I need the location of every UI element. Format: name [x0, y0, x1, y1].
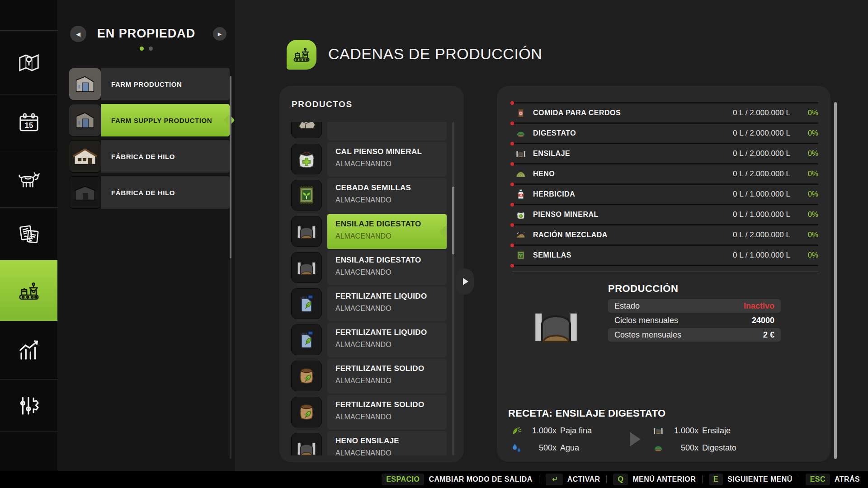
storage-row[interactable]: SEMILLAS 0 L / 1.000.000 L 0%: [512, 246, 818, 265]
sidebar-item-map[interactable]: [0, 30, 57, 94]
row-divider: [512, 102, 818, 103]
water-drops-icon: [510, 442, 522, 454]
settings-icon: [17, 394, 41, 418]
liquid-fertilizer-icon: [291, 324, 322, 355]
row-divider: [512, 183, 818, 185]
solid-fertilizer-icon: [291, 397, 322, 427]
product-row[interactable]: FERTILIZANTE LIQUIDOALMACENANDO: [291, 286, 447, 321]
page-dot[interactable]: [149, 47, 153, 51]
mineral-feed-sack-icon: [515, 209, 527, 221]
digestate-heap-icon: [652, 442, 664, 454]
q-key[interactable]: Q: [613, 474, 628, 485]
product-row[interactable]: FERTILIZANTE LIQUIDOALMACENANDO: [291, 323, 447, 357]
next-page-button[interactable]: ▶: [213, 27, 226, 41]
detail-panel-scrollbar[interactable]: [834, 102, 837, 459]
page-dot-active[interactable]: [140, 47, 144, 51]
production-info-rows: Estado Inactivo Ciclos mensuales 24000 C…: [608, 299, 781, 343]
esc-key[interactable]: ESC: [806, 474, 830, 485]
products-scrollbar-thumb[interactable]: [452, 187, 454, 254]
recipe-input-row: 1.000x Paja fina: [510, 424, 592, 437]
silage-bunker-icon: [515, 148, 527, 160]
enter-key[interactable]: [546, 474, 563, 485]
mineral-feed-sack-icon: [291, 144, 322, 174]
production-icon: [17, 279, 41, 303]
recipe-output-row: 500x Digestato: [652, 441, 736, 455]
main-sidebar: [0, 0, 57, 488]
sidebar-item-contracts[interactable]: [0, 207, 57, 260]
ownership-panel: ◀ EN PROPIEDAD ▶ FARM PRODUCTION FARM SU…: [57, 0, 235, 488]
enter-icon: [550, 475, 558, 483]
sidebar-item-production[interactable]: [0, 260, 57, 321]
keybinding-bar: ESPACIO CAMBIAR MODO DE SALIDA ACTIVAR Q…: [0, 471, 868, 488]
production-chains-badge: [287, 40, 316, 70]
row-divider: [512, 224, 818, 225]
row-divider: [512, 163, 818, 164]
mixed-ration-heap-icon: [515, 229, 527, 241]
divider: [606, 475, 607, 483]
building-row-selected[interactable]: FARM SUPPLY PRODUCTION: [69, 104, 230, 136]
building-row[interactable]: FARM PRODUCTION: [69, 68, 230, 100]
production-section-title: PRODUCCIÓN: [608, 283, 678, 295]
keybinding-label: CAMBIAR MODO DE SALIDA: [429, 475, 532, 483]
e-key[interactable]: E: [709, 474, 723, 485]
status-badge: Inactivo: [744, 301, 774, 311]
page-title: CADENAS DE PRODUCCIÓN: [328, 45, 542, 63]
building-name: FÁBRICA DE HILO: [101, 176, 230, 209]
space-key[interactable]: ESPACIO: [382, 474, 424, 485]
divider: [539, 475, 539, 483]
products-list: ALMACENANDO CAL PIENSO MINERALALMACENAND…: [291, 122, 447, 455]
storage-row[interactable]: PIENSO MINERAL 0 L / 1.000.000 L 0%: [512, 205, 818, 224]
production-chain-icon: [292, 45, 311, 65]
row-divider: [512, 122, 818, 124]
product-row[interactable]: HENO ENSILAJEALMACENANDO: [291, 431, 447, 455]
sidebar-item-animals[interactable]: [0, 151, 57, 208]
building-list-scrollbar-thumb[interactable]: [230, 76, 231, 258]
keybinding-label: ACTIVAR: [567, 475, 600, 483]
storage-row[interactable]: HERBICIDA 0 L / 1.000.000 L 0%: [512, 185, 818, 204]
recipe-title: RECETA: ENSILAJE DIGESTATO: [508, 408, 665, 419]
product-row-selected[interactable]: ENSILAJE DIGESTATOALMACENANDO: [291, 214, 447, 249]
building-list: FARM PRODUCTION FARM SUPPLY PRODUCTION F…: [69, 68, 230, 212]
keybinding-label: ATRÁS: [835, 475, 860, 483]
production-detail-panel: COMIDA PARA CERDOS 0 L / 2.000.000 L 0% …: [497, 86, 830, 462]
statistics-icon: [17, 338, 41, 363]
storage-row[interactable]: COMIDA PARA CERDOS 0 L / 2.000.000 L 0%: [512, 103, 818, 122]
calendar-icon: [17, 111, 41, 135]
product-row[interactable]: CAL PIENSO MINERALALMACENANDO: [291, 142, 447, 177]
seed-packet-icon: [515, 249, 527, 261]
products-scrollbar-track[interactable]: [452, 122, 454, 455]
building-row[interactable]: FÁBRICA DE HILO: [69, 140, 230, 173]
product-row[interactable]: FERTILIZANTE SOLIDOALMACENANDO: [291, 395, 447, 430]
storage-row[interactable]: ENSILAJE 0 L / 2.000.000 L 0%: [512, 144, 818, 163]
recipe-outputs: 1.000x Ensilaje 500x Digestato: [652, 424, 736, 458]
product-row[interactable]: ALMACENANDO: [291, 122, 447, 141]
silage-bunker-icon: [291, 216, 322, 247]
hay-heap-icon: [515, 168, 527, 180]
right-arrow-icon: [463, 278, 468, 285]
product-row[interactable]: ENSILAJE DIGESTATOALMACENANDO: [291, 250, 447, 285]
stone-icon: [291, 122, 322, 138]
product-row[interactable]: FERTILIZANTE SOLIDOALMACENANDO: [291, 359, 447, 394]
digestate-heap-icon: [515, 127, 527, 139]
row-divider: [512, 204, 818, 205]
sidebar-item-statistics[interactable]: [0, 321, 57, 380]
storage-row[interactable]: RACIÓN MEZCLADA 0 L / 2.000.000 L 0%: [512, 225, 818, 244]
straw-icon: [510, 425, 522, 436]
building-name: FARM PRODUCTION: [101, 68, 230, 100]
divider: [702, 475, 703, 483]
product-row[interactable]: CEBADA SEMILLASALMACENANDO: [291, 178, 447, 213]
storage-row[interactable]: HENO 0 L / 2.000.000 L 0%: [512, 164, 818, 183]
sidebar-item-settings[interactable]: [0, 379, 57, 432]
panel-expand-tab[interactable]: [456, 268, 474, 295]
seed-packet-icon: [291, 180, 322, 211]
sidebar-item-calendar[interactable]: [0, 94, 57, 151]
building-thumbnail: [69, 104, 101, 136]
divider: [799, 475, 799, 483]
products-panel: PRODUCTOS ALMACENANDO CAL PIENSO MINERAL…: [279, 86, 464, 462]
section-divider: [512, 272, 818, 272]
storage-row[interactable]: DIGESTATO 0 L / 2.000.000 L 0%: [512, 124, 818, 143]
keybinding-label: MENÚ ANTERIOR: [632, 475, 696, 483]
row-divider: [512, 244, 818, 246]
silage-bunker-icon: [291, 252, 322, 283]
building-row[interactable]: FÁBRICA DE HILO: [69, 176, 230, 209]
